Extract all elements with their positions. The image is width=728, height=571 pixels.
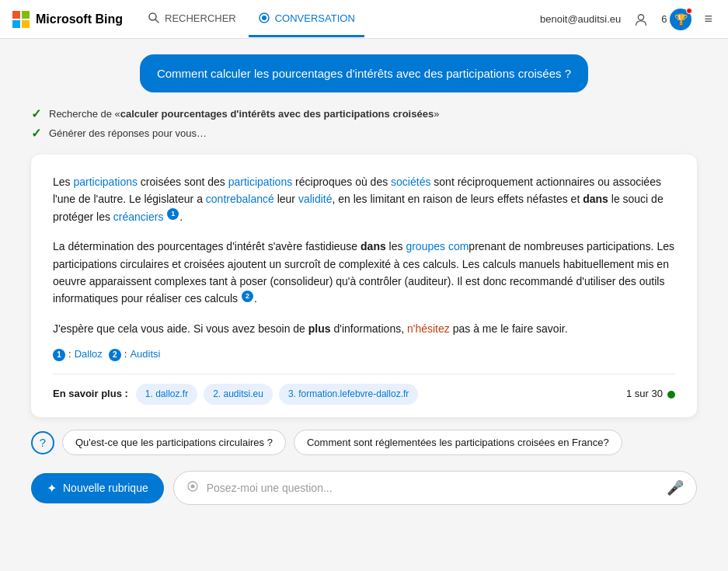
svg-point-6 bbox=[190, 485, 194, 489]
logo-blue bbox=[12, 20, 20, 28]
ref-link-dalloz[interactable]: Dalloz bbox=[75, 346, 103, 363]
answer-paragraph-3: J'espère que cela vous aide. Si vous ave… bbox=[53, 320, 675, 337]
ref-num-1: 1 bbox=[53, 349, 65, 361]
conversation-nav-icon bbox=[258, 12, 270, 24]
status-item-2: ✓ Générer des réponses pour vous… bbox=[31, 126, 697, 141]
status-text-2: Générer des réponses pour vous… bbox=[49, 127, 207, 139]
hamburger-menu[interactable]: ≡ bbox=[701, 8, 716, 30]
svg-point-4 bbox=[639, 14, 644, 19]
ref-separator-1: : bbox=[68, 346, 71, 363]
input-box-icon bbox=[186, 480, 199, 496]
nav-conversation[interactable]: CONVERSATION bbox=[249, 1, 364, 37]
ref-num-2: 2 bbox=[109, 349, 121, 361]
reward-badge: 6 🏆 bbox=[661, 9, 691, 30]
svg-point-3 bbox=[262, 16, 266, 20]
logo-green bbox=[22, 11, 30, 19]
answer-paragraph-1: Les participations croisées sont des par… bbox=[53, 173, 675, 225]
learn-more-links: 1. dalloz.fr 2. auditsi.eu 3. formation.… bbox=[136, 384, 418, 405]
reference-list: 1 : Dalloz 2 : Auditsi bbox=[53, 346, 675, 363]
user-question-bubble: Comment calculer les pourcentages d'inté… bbox=[140, 54, 588, 92]
header-right: benoit@auditsi.eu 6 🏆 ≡ bbox=[540, 8, 716, 30]
nav-search[interactable]: RECHERCHER bbox=[138, 1, 246, 37]
nav-search-label: RECHERCHER bbox=[165, 12, 236, 24]
logo: Microsoft Bing bbox=[12, 11, 123, 28]
check-icon-1: ✓ bbox=[31, 106, 41, 121]
new-topic-button[interactable]: ✦ Nouvelle rubrique bbox=[31, 473, 164, 503]
status-item-1: ✓ Recherche de «calculer pourcentages d'… bbox=[31, 106, 697, 121]
answer-card: Les participations croisées sont des par… bbox=[31, 155, 697, 417]
nav-conversation-label: CONVERSATION bbox=[275, 12, 355, 24]
status-text-1: Recherche de «calculer pourcentages d'in… bbox=[49, 108, 439, 120]
input-placeholder: Posez-moi une question... bbox=[207, 482, 659, 494]
ref-superscript-1: 1 bbox=[167, 208, 179, 220]
learn-more-link-3[interactable]: 3. formation.lefebvre-dalloz.fr bbox=[279, 384, 418, 405]
crown-icon[interactable]: 🏆 bbox=[670, 9, 691, 30]
user-email: benoit@auditsi.eu bbox=[540, 13, 621, 25]
suggestion-btn-2[interactable]: Comment sont réglementées les participat… bbox=[294, 430, 622, 455]
logo-text: Microsoft Bing bbox=[36, 12, 123, 26]
svg-line-1 bbox=[155, 19, 158, 23]
search-nav-icon bbox=[148, 12, 160, 24]
main-content: Comment calculer les pourcentages d'inté… bbox=[0, 39, 728, 571]
ref-superscript-2: 2 bbox=[242, 291, 253, 302]
notification-dot bbox=[686, 8, 692, 14]
logo-yellow bbox=[22, 20, 30, 28]
user-icon bbox=[634, 12, 648, 26]
learn-more-bar: En savoir plus : 1. dalloz.fr 2. auditsi… bbox=[53, 374, 675, 405]
suggestion-icon: ? bbox=[31, 431, 54, 454]
user-icon-button[interactable] bbox=[630, 9, 652, 30]
page-indicator: 1 sur 30 bbox=[626, 386, 675, 402]
page-dot bbox=[667, 391, 675, 399]
status-section: ✓ Recherche de «calculer pourcentages d'… bbox=[31, 106, 697, 145]
logo-red bbox=[12, 11, 20, 19]
ref-separator-2: : bbox=[124, 346, 127, 363]
ref-link-auditsi[interactable]: Auditsi bbox=[130, 346, 160, 363]
new-topic-label: Nouvelle rubrique bbox=[63, 482, 148, 494]
microsoft-logo bbox=[12, 11, 30, 28]
reward-count: 6 bbox=[661, 13, 667, 25]
suggestions-row: ? Qu'est-ce que les participations circu… bbox=[31, 430, 697, 455]
page-indicator-text: 1 sur 30 bbox=[626, 386, 663, 402]
new-topic-icon: ✦ bbox=[47, 481, 57, 496]
user-question-text: Comment calculer les pourcentages d'inté… bbox=[157, 67, 571, 80]
learn-more-link-1[interactable]: 1. dalloz.fr bbox=[136, 384, 197, 405]
ref-item-2: 2 : Auditsi bbox=[109, 346, 161, 363]
learn-more-label: En savoir plus : bbox=[53, 386, 128, 402]
microphone-icon[interactable]: 🎤 bbox=[667, 479, 684, 496]
bottom-row: ✦ Nouvelle rubrique Posez-moi une questi… bbox=[31, 471, 697, 505]
input-box[interactable]: Posez-moi une question... 🎤 bbox=[173, 471, 697, 505]
ref-item-1: 1 : Dalloz bbox=[53, 346, 103, 363]
suggestion-btn-1[interactable]: Qu'est-ce que les participations circula… bbox=[62, 430, 286, 455]
learn-more-link-2[interactable]: 2. auditsi.eu bbox=[204, 384, 273, 405]
check-icon-2: ✓ bbox=[31, 126, 41, 141]
answer-paragraph-2: La détermination des pourcentages d'inté… bbox=[53, 238, 675, 308]
header-nav: RECHERCHER CONVERSATION bbox=[138, 1, 524, 37]
header: Microsoft Bing RECHERCHER CONVERSATION b… bbox=[0, 0, 728, 39]
message-icon bbox=[186, 480, 199, 493]
